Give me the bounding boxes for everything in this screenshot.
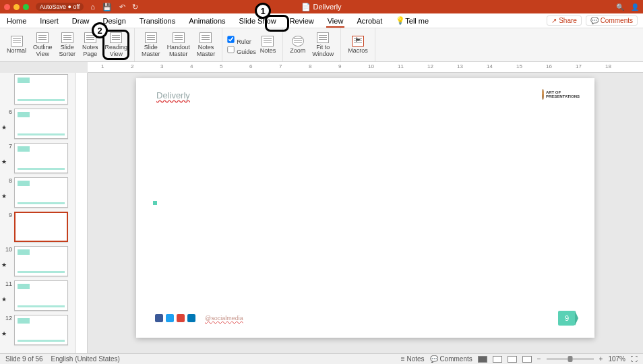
- linkedin-icon[interactable]: [187, 314, 195, 322]
- slide-master-button[interactable]: Slide Master: [139, 31, 163, 59]
- tab-acrobat[interactable]: Acrobat: [350, 13, 389, 28]
- tab-transitions[interactable]: Transitions: [133, 13, 182, 28]
- home-icon[interactable]: ⌂: [90, 3, 95, 11]
- status-notes-button[interactable]: ≡ Notes: [401, 355, 425, 363]
- tab-home[interactable]: Home: [0, 13, 33, 28]
- slide-thumbnail[interactable]: [14, 109, 68, 139]
- slide-thumbnail[interactable]: [14, 143, 68, 173]
- user-icon[interactable]: 👤: [631, 3, 639, 11]
- notes-master-label: Notes Master: [197, 44, 216, 58]
- slide-accent-dot: [153, 201, 157, 205]
- thumbnail-number: 7: [3, 143, 12, 150]
- status-notes-label: Notes: [406, 355, 424, 363]
- ruler-tick: 3: [160, 63, 163, 69]
- macros-button[interactable]: ▶Macros: [345, 34, 371, 56]
- thumbnail-number: 9: [3, 212, 12, 218]
- slide-sorter-button[interactable]: Slide Sorter: [57, 31, 79, 59]
- ruler-tick: 7: [279, 63, 282, 69]
- main-area: 6★7★8★910★11★12★ Deliverly ART OF PRESEN…: [0, 73, 643, 353]
- notes-icon: [262, 36, 274, 47]
- ruler-tick: 14: [487, 63, 493, 69]
- minimize-window-icon[interactable]: [13, 4, 20, 10]
- close-window-icon[interactable]: [4, 4, 10, 10]
- zoom-button[interactable]: Zoom: [287, 34, 308, 56]
- thumbnail-row[interactable]: 9: [3, 212, 72, 242]
- thumbnail-row[interactable]: 12★: [3, 315, 72, 345]
- fit-icon: [317, 32, 329, 43]
- zoom-out-button[interactable]: −: [537, 355, 541, 363]
- thumbnail-row[interactable]: 11★: [3, 280, 72, 311]
- logo-text: ART OF PRESENTATIONS: [546, 90, 580, 98]
- redo-icon[interactable]: ↻: [132, 3, 138, 11]
- slideshow-view-icon-status[interactable]: [522, 356, 532, 363]
- thumbnail-row[interactable]: 8★: [3, 177, 72, 208]
- thumbnail-row[interactable]: 10★: [3, 246, 72, 276]
- ruler-tick: 4: [190, 63, 193, 69]
- fit-window-button[interactable]: Fit to Window: [309, 31, 336, 59]
- status-comments-button[interactable]: 💬 Comments: [430, 355, 472, 363]
- share-label: Share: [559, 17, 577, 24]
- slide-page-badge: 9: [558, 311, 576, 326]
- normal-view-icon-status[interactable]: [478, 356, 487, 363]
- slide-title-text[interactable]: Deliverly: [156, 90, 190, 100]
- ruler-tick: 6: [249, 63, 252, 69]
- handout-master-button[interactable]: Handout Master: [164, 31, 193, 59]
- facebook-icon[interactable]: [155, 314, 163, 322]
- annotation-callout-1: 1: [255, 3, 271, 19]
- fit-window-status-button[interactable]: ⛶: [631, 355, 638, 363]
- ruler-tick: 13: [457, 63, 463, 69]
- slide-thumbnails-pane[interactable]: 6★7★8★910★11★12★: [0, 73, 75, 353]
- current-slide[interactable]: Deliverly ART OF PRESENTATIONS @socialme…: [136, 78, 594, 338]
- horizontal-ruler: 123456789101112131415161718: [88, 62, 643, 73]
- comments-label: Comments: [601, 17, 633, 24]
- zoom-percent[interactable]: 107%: [608, 355, 625, 363]
- ruler-checkbox[interactable]: Ruler: [226, 35, 256, 45]
- maximize-window-icon[interactable]: [23, 4, 29, 10]
- slide-thumbnail[interactable]: [14, 74, 68, 104]
- autosave-toggle[interactable]: AutoSave ● off: [36, 3, 84, 11]
- notes-label: Notes: [260, 48, 276, 55]
- normal-view-icon: [11, 36, 23, 47]
- twitter-icon[interactable]: [166, 314, 174, 322]
- slide-thumbnail[interactable]: [14, 177, 68, 208]
- document-title: 📄 Deliverly: [301, 3, 341, 11]
- thumbnail-number: 6: [3, 109, 12, 115]
- outline-view-button[interactable]: Outline View: [30, 31, 55, 59]
- notespage-label: Notes Page: [82, 44, 98, 58]
- thumbnail-row[interactable]: [3, 74, 72, 104]
- sorter-view-icon-status[interactable]: [493, 356, 502, 363]
- slide-canvas-area[interactable]: Deliverly ART OF PRESENTATIONS @socialme…: [88, 73, 643, 353]
- slide-thumbnail[interactable]: [14, 315, 68, 345]
- tab-tellme[interactable]: 💡 Tell me: [389, 13, 435, 28]
- search-icon[interactable]: 🔍: [616, 3, 624, 11]
- notes-master-button[interactable]: Notes Master: [194, 31, 218, 59]
- normal-label: Normal: [7, 48, 26, 55]
- language-status[interactable]: English (United States): [51, 355, 120, 363]
- handout-master-icon: [173, 32, 185, 43]
- tab-animations[interactable]: Animations: [182, 13, 232, 28]
- thumbnail-row[interactable]: 6★: [3, 109, 72, 139]
- normal-view-button[interactable]: Normal: [4, 34, 29, 56]
- ruler-tick: 15: [516, 63, 522, 69]
- reading-view-icon-status[interactable]: [508, 356, 517, 363]
- ruler-tick: 10: [368, 63, 374, 69]
- thumbnail-row[interactable]: 7★: [3, 143, 72, 173]
- undo-icon[interactable]: ↶: [119, 3, 125, 11]
- tab-insert[interactable]: Insert: [33, 13, 65, 28]
- guides-checkbox[interactable]: Guides: [226, 45, 256, 55]
- slide-thumbnail[interactable]: [14, 212, 68, 242]
- save-icon[interactable]: 💾: [102, 3, 112, 11]
- zoom-in-button[interactable]: +: [599, 355, 603, 363]
- slide-thumbnail[interactable]: [14, 246, 68, 276]
- slide-thumbnail[interactable]: [14, 280, 68, 311]
- outline-view-icon: [36, 32, 49, 43]
- share-button[interactable]: ↗ Share: [547, 16, 581, 26]
- tab-view[interactable]: View: [321, 13, 350, 28]
- outline-label: Outline View: [33, 44, 53, 58]
- google-plus-icon[interactable]: [177, 314, 185, 322]
- tab-draw[interactable]: Draw: [65, 13, 96, 28]
- window-controls[interactable]: [4, 4, 29, 10]
- zoom-slider[interactable]: [547, 358, 594, 360]
- notes-button[interactable]: Notes: [257, 34, 279, 56]
- comments-button[interactable]: 💬 Comments: [586, 16, 638, 26]
